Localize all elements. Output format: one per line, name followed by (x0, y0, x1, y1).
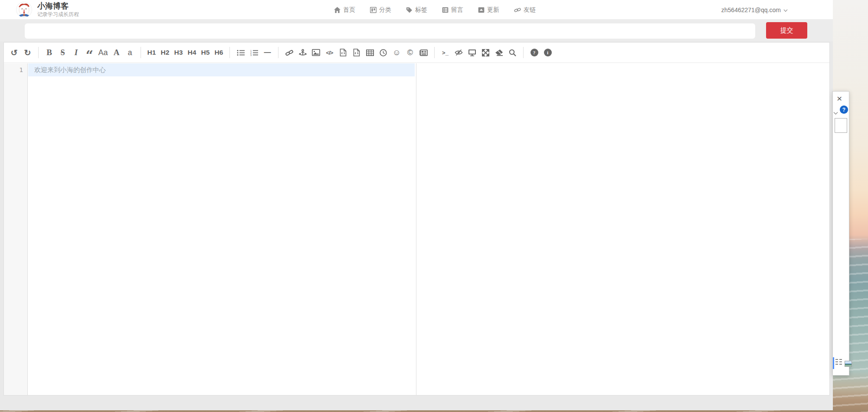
side-overlay-panel: × ? (832, 91, 849, 376)
datetime-icon[interactable] (377, 46, 390, 59)
redo-icon[interactable]: ↻ (21, 46, 34, 59)
caret-up-square-icon (478, 7, 485, 13)
submit-button[interactable]: 提交 (766, 22, 807, 39)
list-ul-icon[interactable] (234, 46, 247, 59)
nav-item-categories[interactable]: 分类 (370, 6, 391, 14)
goto-line-icon[interactable]: >_ (439, 46, 452, 59)
help-icon[interactable]: ? (527, 46, 541, 59)
html-entities-icon[interactable]: © (403, 46, 417, 59)
brand-block[interactable]: 小海博客 记录学习成长历程 (37, 1, 79, 18)
nav-item-label: 留言 (451, 6, 463, 14)
strikethrough-icon[interactable]: S (56, 46, 69, 59)
h5-icon[interactable]: H5 (199, 46, 212, 59)
toolbar-divider (523, 47, 524, 58)
help-badge-icon[interactable]: ? (840, 105, 848, 114)
anchor-icon[interactable] (296, 46, 309, 59)
line-number: 1 (20, 63, 23, 76)
nav-item-friend-links[interactable]: 友链 (514, 6, 536, 14)
nav-item-home[interactable]: 首页 (334, 6, 355, 14)
line-number-gutter: 1 (4, 63, 28, 395)
tag-icon (406, 7, 413, 13)
home-icon (334, 7, 341, 13)
toolbar-divider (434, 47, 435, 58)
clear-eraser-icon[interactable] (492, 46, 506, 59)
account-email: zh56462271@qq.com (721, 7, 781, 13)
table-icon[interactable] (363, 46, 377, 59)
page-content: 小海博客 记录学习成长历程 首页 分类 标签 留言 更新 (0, 0, 833, 410)
undo-icon[interactable]: ↺ (7, 46, 21, 59)
article-title-input[interactable] (25, 23, 755, 39)
image-icon[interactable] (309, 46, 323, 59)
pagebreak-icon[interactable] (417, 46, 430, 59)
markdown-preview-pane (416, 63, 829, 395)
code-block-icon[interactable] (350, 46, 363, 59)
ucwords-icon[interactable]: Aa (96, 46, 110, 59)
selected-tool-accent (833, 357, 834, 369)
chevron-down-icon[interactable] (833, 109, 838, 117)
account-menu[interactable]: zh56462271@qq.com (721, 0, 788, 20)
toolbar-divider (38, 47, 39, 58)
editor-body: 1 欢迎来到小海的创作中心 (4, 63, 829, 395)
editor-placeholder-text: 欢迎来到小海的创作中心 (34, 63, 106, 76)
compose-bar: 提交 (0, 20, 833, 41)
nav-item-messages[interactable]: 留言 (442, 6, 463, 14)
nav-item-label: 标签 (415, 6, 427, 14)
code-icon[interactable]: </> (323, 46, 336, 59)
h1-icon[interactable]: H1 (145, 46, 158, 59)
markdown-source-pane[interactable]: 1 欢迎来到小海的创作中心 (4, 63, 416, 395)
info-icon[interactable]: i (541, 46, 554, 59)
bold-icon[interactable]: B (43, 46, 56, 59)
lowercase-icon[interactable]: a (123, 46, 137, 59)
h6-icon[interactable]: H6 (212, 46, 226, 59)
toolbar-divider (141, 47, 141, 58)
image-thumbnail-icon[interactable] (845, 361, 852, 367)
toolbar-divider (229, 47, 230, 58)
link-icon[interactable] (282, 46, 296, 59)
site-header: 小海博客 记录学习成长历程 首页 分类 标签 留言 更新 (0, 0, 833, 20)
markdown-editor: ↺ ↻ B S I “ Aa A a H1 H2 H3 H4 H5 H6 123… (3, 42, 830, 396)
italic-icon[interactable]: I (69, 46, 83, 59)
svg-text:3: 3 (250, 53, 252, 56)
nav-item-label: 首页 (343, 6, 355, 14)
chevron-down-icon (783, 7, 788, 13)
panel-input[interactable] (835, 118, 847, 133)
main-nav: 首页 分类 标签 留言 更新 友链 (334, 0, 536, 20)
toolbar-divider (278, 47, 278, 58)
preview-monitor-icon[interactable] (465, 46, 479, 59)
nav-item-tags[interactable]: 标签 (406, 6, 427, 14)
search-icon[interactable] (506, 46, 519, 59)
list-view-icon[interactable] (835, 359, 843, 367)
site-subtitle: 记录学习成长历程 (37, 11, 79, 18)
watch-eye-slash-icon[interactable] (452, 46, 465, 59)
fullscreen-icon[interactable] (479, 46, 492, 59)
nav-item-label: 友链 (524, 6, 536, 14)
uppercase-icon[interactable]: A (110, 46, 123, 59)
site-title: 小海博客 (37, 1, 79, 11)
quote-icon[interactable]: “ (83, 46, 96, 59)
emoji-icon[interactable]: ☺ (390, 46, 403, 59)
h2-icon[interactable]: H2 (158, 46, 172, 59)
editor-toolbar: ↺ ↻ B S I “ Aa A a H1 H2 H3 H4 H5 H6 123… (4, 43, 829, 63)
message-list-icon (442, 7, 449, 13)
cartoon-avatar-icon (16, 2, 32, 17)
preformatted-text-icon[interactable] (336, 46, 350, 59)
site-logo-avatar[interactable] (16, 2, 32, 17)
columns-icon (370, 7, 377, 13)
nav-item-label: 分类 (379, 6, 391, 14)
nav-item-updates[interactable]: 更新 (478, 6, 499, 14)
close-icon[interactable]: × (837, 93, 842, 104)
horizontal-rule-icon[interactable]: — (261, 46, 274, 59)
h4-icon[interactable]: H4 (185, 46, 199, 59)
link-icon (514, 7, 521, 13)
list-ol-icon[interactable]: 123 (247, 46, 261, 59)
h3-icon[interactable]: H3 (172, 46, 185, 59)
nav-item-label: 更新 (487, 6, 499, 14)
